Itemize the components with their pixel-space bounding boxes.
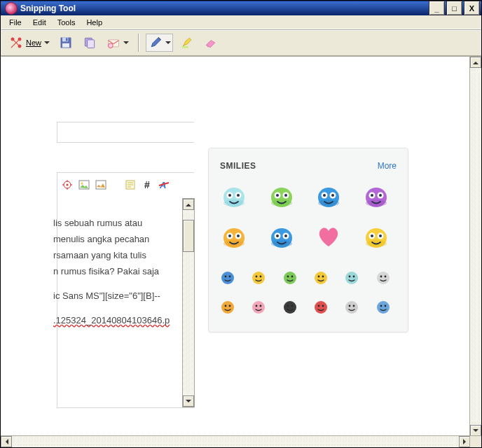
scroll-down-button[interactable] bbox=[470, 425, 481, 436]
smiley-blob-blue[interactable] bbox=[315, 182, 343, 209]
smiley-pig-pink[interactable] bbox=[251, 300, 266, 315]
svg-point-58 bbox=[379, 234, 382, 237]
app-window: Snipping Tool _ □ X File Edit Tools Help… bbox=[0, 0, 482, 448]
save-button[interactable] bbox=[56, 34, 76, 51]
svg-point-46 bbox=[237, 234, 240, 237]
highlighter-button[interactable] bbox=[177, 34, 197, 51]
editor-panel: # A lis sebuah rumus atau menulis angka … bbox=[57, 172, 194, 408]
scroll-track[interactable] bbox=[12, 436, 459, 447]
target-icon[interactable] bbox=[62, 179, 73, 190]
svg-point-80 bbox=[252, 301, 265, 314]
captured-region: # A lis sebuah rumus atau menulis angka … bbox=[1, 57, 470, 436]
pen-dropdown-icon[interactable] bbox=[165, 36, 170, 50]
smiley-hmm-orange[interactable] bbox=[220, 300, 235, 315]
svg-point-27 bbox=[276, 194, 279, 197]
scroll-track[interactable] bbox=[183, 210, 194, 396]
pen-icon bbox=[149, 36, 163, 50]
text-line: lis sebuah rumus atau bbox=[53, 215, 181, 231]
close-button[interactable]: X bbox=[464, 1, 480, 15]
smiley-robot-blue[interactable] bbox=[220, 270, 235, 286]
vertical-scrollbar[interactable] bbox=[469, 57, 481, 436]
copy-button[interactable] bbox=[80, 34, 99, 51]
new-dropdown-icon[interactable] bbox=[44, 36, 49, 50]
text-line: menulis angka pecahan bbox=[53, 231, 181, 247]
menu-file[interactable]: File bbox=[4, 17, 27, 28]
smiley-leaf-green[interactable] bbox=[282, 270, 298, 286]
svg-point-62 bbox=[252, 272, 265, 284]
scroll-up-button[interactable] bbox=[470, 57, 481, 68]
svg-point-84 bbox=[287, 305, 289, 307]
smilies-more-link[interactable]: More bbox=[378, 161, 397, 171]
svg-point-91 bbox=[353, 305, 355, 307]
svg-point-7 bbox=[109, 43, 113, 48]
smiley-sign-blue[interactable] bbox=[376, 300, 391, 315]
floppy-icon bbox=[59, 36, 73, 50]
note-icon[interactable] bbox=[125, 179, 136, 190]
new-button[interactable]: New bbox=[6, 34, 52, 51]
editor-text[interactable]: lis sebuah rumus atau menulis angka peca… bbox=[53, 215, 181, 335]
pen-button[interactable] bbox=[146, 34, 173, 52]
editor-toolbar: # A bbox=[62, 179, 170, 190]
smilies-panel: SMILIES More bbox=[208, 148, 408, 332]
input-box[interactable] bbox=[57, 122, 194, 143]
smiley-dizzy-grey[interactable] bbox=[344, 300, 359, 315]
strike-a-icon[interactable]: A bbox=[158, 179, 170, 190]
maximize-button[interactable]: □ bbox=[446, 1, 462, 15]
svg-point-94 bbox=[384, 305, 386, 307]
svg-point-73 bbox=[353, 276, 355, 278]
canvas-area: # A lis sebuah rumus atau menulis angka … bbox=[1, 56, 481, 447]
svg-point-82 bbox=[260, 305, 262, 307]
smiley-grin-orange[interactable] bbox=[220, 223, 248, 249]
eraser-button[interactable] bbox=[201, 34, 221, 51]
svg-point-87 bbox=[318, 305, 320, 307]
smiley-dark-ball[interactable] bbox=[282, 300, 298, 315]
titlebar[interactable]: Snipping Tool _ □ X bbox=[1, 1, 481, 15]
smiley-wink-yellow[interactable] bbox=[251, 270, 266, 286]
smiley-wave-teal[interactable] bbox=[344, 270, 359, 286]
smiley-blush-yellow[interactable] bbox=[313, 270, 329, 286]
smiley-angry-red[interactable] bbox=[313, 300, 329, 315]
send-dropdown-icon[interactable] bbox=[123, 36, 128, 50]
smilies-title: SMILIES bbox=[220, 161, 256, 171]
scroll-right-button[interactable] bbox=[459, 436, 470, 447]
new-button-label: New bbox=[26, 38, 41, 47]
smiley-eyes-blue[interactable] bbox=[268, 223, 296, 249]
svg-rect-3 bbox=[66, 38, 68, 41]
picture2-icon[interactable] bbox=[95, 179, 106, 190]
window-buttons: _ □ X bbox=[427, 1, 480, 15]
svg-rect-8 bbox=[182, 46, 188, 48]
svg-point-28 bbox=[284, 194, 287, 197]
smilies-grid-small bbox=[220, 270, 397, 315]
svg-rect-5 bbox=[88, 40, 95, 48]
text-line: ic Sans MS"][size="6"][B]-- bbox=[53, 288, 181, 304]
app-icon bbox=[5, 2, 18, 15]
picture-icon[interactable] bbox=[78, 179, 90, 190]
svg-point-61 bbox=[229, 276, 231, 278]
scroll-corner bbox=[469, 435, 481, 447]
scroll-track[interactable] bbox=[470, 68, 481, 425]
scroll-left-button[interactable] bbox=[1, 436, 12, 447]
smiley-heart-pink[interactable] bbox=[315, 223, 343, 249]
minimize-button[interactable]: _ bbox=[429, 1, 445, 15]
menu-tools[interactable]: Tools bbox=[52, 17, 81, 28]
send-button[interactable] bbox=[104, 34, 131, 51]
scroll-down-button[interactable] bbox=[183, 396, 194, 407]
svg-point-39 bbox=[371, 194, 373, 197]
smiley-smile-yellow[interactable] bbox=[362, 223, 390, 249]
eraser-icon bbox=[204, 36, 218, 50]
smiley-princess-purple[interactable] bbox=[362, 182, 390, 209]
scroll-up-button[interactable] bbox=[183, 199, 194, 210]
svg-rect-2 bbox=[62, 43, 69, 48]
svg-point-78 bbox=[225, 305, 227, 307]
separator bbox=[138, 34, 139, 52]
hash-icon[interactable]: # bbox=[142, 179, 153, 190]
menu-edit[interactable]: Edit bbox=[27, 17, 52, 28]
smiley-flag-grey[interactable] bbox=[376, 270, 391, 286]
scroll-thumb[interactable] bbox=[183, 220, 194, 252]
editor-scrollbar[interactable] bbox=[182, 198, 195, 407]
smiley-ghost-cyan[interactable] bbox=[220, 182, 248, 209]
smiley-alien-green[interactable] bbox=[268, 182, 296, 209]
horizontal-scrollbar[interactable] bbox=[1, 435, 470, 447]
envelope-icon bbox=[106, 36, 120, 50]
menu-help[interactable]: Help bbox=[81, 17, 108, 28]
